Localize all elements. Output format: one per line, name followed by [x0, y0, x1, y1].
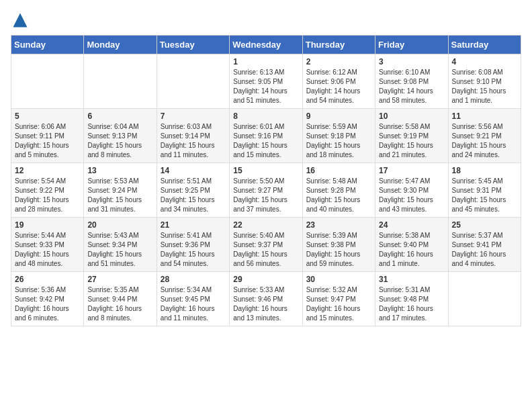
day-info: Sunrise: 5:39 AM Sunset: 9:38 PM Dayligh…: [306, 231, 371, 269]
day-cell: 18Sunrise: 5:45 AM Sunset: 9:31 PM Dayli…: [448, 163, 521, 218]
day-number: 18: [452, 166, 517, 175]
svg-marker-0: [13, 13, 28, 28]
day-cell: [11, 54, 84, 109]
day-cell: 11Sunrise: 5:56 AM Sunset: 9:21 PM Dayli…: [448, 109, 521, 163]
day-number: 28: [161, 275, 226, 284]
day-info: Sunrise: 5:40 AM Sunset: 9:37 PM Dayligh…: [233, 231, 298, 269]
day-number: 3: [379, 57, 444, 66]
day-cell: 3Sunrise: 6:10 AM Sunset: 9:08 PM Daylig…: [375, 54, 448, 109]
day-cell: 8Sunrise: 6:01 AM Sunset: 9:16 PM Daylig…: [230, 109, 302, 163]
header-cell-thursday: Thursday: [302, 36, 375, 54]
day-info: Sunrise: 6:13 AM Sunset: 9:05 PM Dayligh…: [233, 68, 298, 105]
week-row-3: 19Sunrise: 5:44 AM Sunset: 9:33 PM Dayli…: [11, 218, 521, 272]
day-cell: 30Sunrise: 5:32 AM Sunset: 9:47 PM Dayli…: [302, 272, 375, 326]
day-number: 11: [452, 111, 517, 121]
day-number: 4: [452, 57, 517, 66]
day-info: Sunrise: 5:59 AM Sunset: 9:18 PM Dayligh…: [306, 122, 371, 160]
day-info: Sunrise: 5:37 AM Sunset: 9:41 PM Dayligh…: [452, 231, 517, 269]
week-row-1: 5Sunrise: 6:06 AM Sunset: 9:11 PM Daylig…: [11, 109, 521, 163]
day-info: Sunrise: 5:48 AM Sunset: 9:28 PM Dayligh…: [306, 177, 371, 214]
day-cell: 20Sunrise: 5:43 AM Sunset: 9:34 PM Dayli…: [84, 218, 157, 272]
day-info: Sunrise: 5:56 AM Sunset: 9:21 PM Dayligh…: [452, 122, 517, 160]
day-number: 9: [306, 111, 371, 121]
logo-icon: [11, 11, 30, 30]
day-info: Sunrise: 5:33 AM Sunset: 9:46 PM Dayligh…: [233, 285, 298, 323]
day-number: 25: [452, 220, 517, 230]
header-cell-saturday: Saturday: [448, 36, 521, 54]
logo: [11, 11, 32, 30]
day-info: Sunrise: 5:45 AM Sunset: 9:31 PM Dayligh…: [452, 177, 517, 214]
day-info: Sunrise: 5:58 AM Sunset: 9:19 PM Dayligh…: [379, 122, 444, 160]
day-cell: 21Sunrise: 5:41 AM Sunset: 9:36 PM Dayli…: [157, 218, 229, 272]
day-info: Sunrise: 6:01 AM Sunset: 9:16 PM Dayligh…: [233, 122, 298, 160]
day-cell: 26Sunrise: 5:36 AM Sunset: 9:42 PM Dayli…: [11, 272, 84, 326]
day-number: 15: [233, 166, 298, 175]
day-info: Sunrise: 5:34 AM Sunset: 9:45 PM Dayligh…: [161, 285, 226, 323]
day-cell: 4Sunrise: 6:08 AM Sunset: 9:10 PM Daylig…: [448, 54, 521, 109]
day-number: 21: [161, 220, 226, 230]
day-info: Sunrise: 5:31 AM Sunset: 9:48 PM Dayligh…: [379, 285, 444, 323]
day-number: 14: [161, 166, 226, 175]
day-cell: 6Sunrise: 6:04 AM Sunset: 9:13 PM Daylig…: [84, 109, 157, 163]
day-number: 27: [87, 275, 152, 284]
day-number: 31: [379, 275, 444, 284]
day-cell: 23Sunrise: 5:39 AM Sunset: 9:38 PM Dayli…: [302, 218, 375, 272]
day-number: 16: [306, 166, 371, 175]
day-info: Sunrise: 5:54 AM Sunset: 9:22 PM Dayligh…: [15, 177, 80, 214]
day-info: Sunrise: 5:41 AM Sunset: 9:36 PM Dayligh…: [161, 231, 226, 269]
day-number: 26: [15, 275, 80, 284]
day-number: 13: [87, 166, 152, 175]
header-row: SundayMondayTuesdayWednesdayThursdayFrid…: [11, 36, 521, 54]
day-cell: 14Sunrise: 5:51 AM Sunset: 9:25 PM Dayli…: [157, 163, 229, 218]
day-number: 12: [15, 166, 80, 175]
day-info: Sunrise: 6:10 AM Sunset: 9:08 PM Dayligh…: [379, 68, 444, 105]
header-cell-tuesday: Tuesday: [157, 36, 229, 54]
day-info: Sunrise: 6:12 AM Sunset: 9:06 PM Dayligh…: [306, 68, 371, 105]
day-cell: 29Sunrise: 5:33 AM Sunset: 9:46 PM Dayli…: [230, 272, 302, 326]
day-cell: 16Sunrise: 5:48 AM Sunset: 9:28 PM Dayli…: [302, 163, 375, 218]
day-cell: 25Sunrise: 5:37 AM Sunset: 9:41 PM Dayli…: [448, 218, 521, 272]
day-number: 5: [15, 111, 80, 121]
day-info: Sunrise: 5:35 AM Sunset: 9:44 PM Dayligh…: [87, 285, 152, 323]
day-number: 24: [379, 220, 444, 230]
week-row-2: 12Sunrise: 5:54 AM Sunset: 9:22 PM Dayli…: [11, 163, 521, 218]
day-cell: 1Sunrise: 6:13 AM Sunset: 9:05 PM Daylig…: [230, 54, 302, 109]
day-cell: [448, 272, 521, 326]
day-cell: [157, 54, 229, 109]
day-cell: 7Sunrise: 6:03 AM Sunset: 9:14 PM Daylig…: [157, 109, 229, 163]
day-number: 19: [15, 220, 80, 230]
day-cell: 15Sunrise: 5:50 AM Sunset: 9:27 PM Dayli…: [230, 163, 302, 218]
calendar-body: 1Sunrise: 6:13 AM Sunset: 9:05 PM Daylig…: [11, 54, 521, 326]
header-cell-friday: Friday: [375, 36, 448, 54]
day-number: 23: [306, 220, 371, 230]
day-info: Sunrise: 5:47 AM Sunset: 9:30 PM Dayligh…: [379, 177, 444, 214]
day-cell: 31Sunrise: 5:31 AM Sunset: 9:48 PM Dayli…: [375, 272, 448, 326]
day-number: 29: [233, 275, 298, 284]
header-cell-sunday: Sunday: [11, 36, 84, 54]
day-cell: 28Sunrise: 5:34 AM Sunset: 9:45 PM Dayli…: [157, 272, 229, 326]
day-info: Sunrise: 5:53 AM Sunset: 9:24 PM Dayligh…: [87, 177, 152, 214]
calendar-table: SundayMondayTuesdayWednesdayThursdayFrid…: [11, 35, 521, 326]
day-number: 17: [379, 166, 444, 175]
page-header: [11, 11, 521, 30]
day-number: 30: [306, 275, 371, 284]
day-info: Sunrise: 5:38 AM Sunset: 9:40 PM Dayligh…: [379, 231, 444, 269]
header-cell-monday: Monday: [84, 36, 157, 54]
day-cell: 13Sunrise: 5:53 AM Sunset: 9:24 PM Dayli…: [84, 163, 157, 218]
day-cell: 22Sunrise: 5:40 AM Sunset: 9:37 PM Dayli…: [230, 218, 302, 272]
day-info: Sunrise: 6:03 AM Sunset: 9:14 PM Dayligh…: [161, 122, 226, 160]
day-number: 1: [233, 57, 298, 66]
day-number: 2: [306, 57, 371, 66]
day-info: Sunrise: 5:43 AM Sunset: 9:34 PM Dayligh…: [87, 231, 152, 269]
day-number: 10: [379, 111, 444, 121]
calendar-header: SundayMondayTuesdayWednesdayThursdayFrid…: [11, 36, 521, 54]
day-cell: 5Sunrise: 6:06 AM Sunset: 9:11 PM Daylig…: [11, 109, 84, 163]
day-info: Sunrise: 5:36 AM Sunset: 9:42 PM Dayligh…: [15, 285, 80, 323]
day-cell: [84, 54, 157, 109]
day-cell: 17Sunrise: 5:47 AM Sunset: 9:30 PM Dayli…: [375, 163, 448, 218]
day-number: 20: [87, 220, 152, 230]
day-info: Sunrise: 5:51 AM Sunset: 9:25 PM Dayligh…: [161, 177, 226, 214]
day-cell: 2Sunrise: 6:12 AM Sunset: 9:06 PM Daylig…: [302, 54, 375, 109]
day-cell: 12Sunrise: 5:54 AM Sunset: 9:22 PM Dayli…: [11, 163, 84, 218]
day-number: 7: [161, 111, 226, 121]
